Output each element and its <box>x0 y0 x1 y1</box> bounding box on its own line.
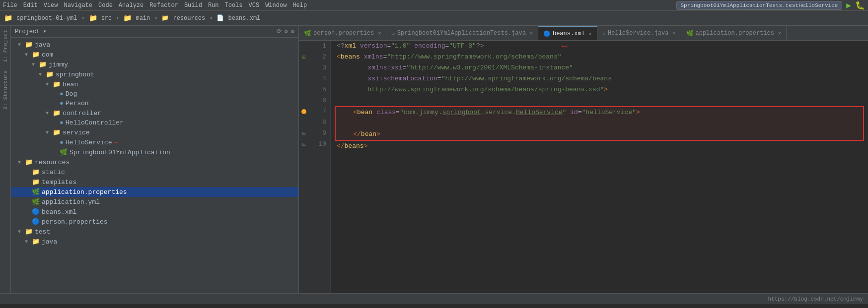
tree-item-static[interactable]: 📁 static <box>11 167 298 177</box>
tree-item-resources[interactable]: ▼ 📁 resources <box>11 157 298 167</box>
tree-item-test[interactable]: ▼ 📁 test <box>11 227 298 237</box>
folder-icon-java: 📁 <box>25 41 33 49</box>
tab-close-hello-service[interactable]: ✕ <box>672 30 675 36</box>
folder-icon-templates: 📁 <box>32 178 40 186</box>
gutter-5 <box>299 84 309 95</box>
folder-icon-bean: 📁 <box>53 80 61 88</box>
vtab-project[interactable]: 1: Project <box>1 26 9 66</box>
tree-item-springboot[interactable]: ▼ 📁 springboot <box>11 69 298 79</box>
tree-item-templates[interactable]: 📁 templates <box>11 177 298 187</box>
breadcrumb-resources[interactable]: resources <box>173 15 205 22</box>
ln-10: 10 <box>313 139 326 150</box>
tree-item-controller[interactable]: ▼ 📁 controller <box>11 108 298 118</box>
breadcrumb-main[interactable]: main <box>136 15 150 22</box>
main-layout: 1: Project 2: Structure Project ▾ ⟳ ⚙ ⚙ … <box>0 26 868 293</box>
menu-vcs[interactable]: VCS <box>249 2 260 9</box>
breadcrumb-src[interactable]: src <box>101 15 112 22</box>
tab-application-props[interactable]: 🌿 application.properties ✕ <box>681 26 787 40</box>
menu-code[interactable]: Code <box>98 2 113 9</box>
menu-window[interactable]: Window <box>265 2 287 9</box>
breadcrumb-beans-xml[interactable]: beans.xml <box>228 15 260 22</box>
tree-item-beans-xml[interactable]: 🔵 beans.xml <box>11 207 298 217</box>
tree-label-helloservice: HelloService <box>66 139 112 146</box>
settings-icon[interactable]: ⚙ <box>285 28 288 35</box>
menu-run[interactable]: Run <box>208 2 219 9</box>
icon-beans-xml: 🔵 <box>32 208 40 216</box>
tab-close-application-props[interactable]: ✕ <box>778 30 781 36</box>
menu-help[interactable]: Help <box>292 2 307 9</box>
tree-item-person-props[interactable]: 🔵 person.properties <box>11 217 298 227</box>
folder-icon-com: 📁 <box>32 51 40 59</box>
tab-icon-beans-xml: 🔵 <box>543 30 551 38</box>
gear-icon[interactable]: ⚙ <box>291 28 294 35</box>
tree-item-main-app[interactable]: 🌿 Springboot01YmlApplication <box>11 147 298 157</box>
tree-item-jimmy[interactable]: ▼ 📁 jimmy <box>11 60 298 69</box>
tree-item-helloservice[interactable]: ● HelloService ← <box>11 137 298 147</box>
ln-4: 4 <box>313 73 326 84</box>
tab-hello-service[interactable]: ☕ HelloService.java ✕ <box>597 26 681 40</box>
folder-icon-project: 📁 <box>4 14 12 22</box>
java-icon-hellocontroller: ● <box>60 119 64 126</box>
breadcrumb-project[interactable]: springboot-01-yml <box>16 15 77 22</box>
tree-item-application-props[interactable]: 🌿 application.properties <box>11 187 298 197</box>
menu-bar: File Edit View Navigate Code Analyze Ref… <box>0 0 868 11</box>
tab-icon-person-props: 🌿 <box>304 30 311 37</box>
prolog-encoding-attr: encoding <box>414 41 445 52</box>
menu-build[interactable]: Build <box>184 2 202 9</box>
tab-label-hello-service: HelloService.java <box>608 30 668 37</box>
tree-arrow-com: ▼ <box>25 52 32 58</box>
tree-label-com: com <box>42 51 53 59</box>
sidebar-title: Project <box>15 28 40 35</box>
menu-navigate[interactable]: Navigate <box>64 2 92 9</box>
vtab-structure[interactable]: 2: Structure <box>1 66 9 114</box>
tab-close-beans-xml[interactable]: ✕ <box>589 31 592 37</box>
tab-label-application-props: application.properties <box>696 30 774 37</box>
icon-person-props: 🔵 <box>32 218 40 226</box>
tree-label-person: Person <box>66 100 89 107</box>
code-editor[interactable]: ⊞ ⊟ ⊟ 1 2 3 <box>299 41 868 293</box>
tab-close-springboot-test[interactable]: ✕ <box>530 30 533 36</box>
menu-tools[interactable]: Tools <box>225 2 243 9</box>
tree-item-dog[interactable]: ● Dog <box>11 89 298 99</box>
tab-springboot-test[interactable]: ☕ Springboot01YmlApplicationTests.java ✕ <box>386 26 538 40</box>
tree-item-hellocontroller[interactable]: ● HelloController <box>11 118 298 127</box>
menu-edit[interactable]: Edit <box>23 2 38 9</box>
menu-file[interactable]: File <box>3 2 17 9</box>
tree-item-person[interactable]: ● Person <box>11 99 298 108</box>
ln-6: 6 <box>313 95 326 106</box>
tree-item-service[interactable]: ▼ 📁 service <box>11 127 298 137</box>
run-config-label[interactable]: Springboot01YmlApplicationTests.testHell… <box>676 1 843 10</box>
menu-view[interactable]: View <box>44 2 58 9</box>
ln-8: 8 <box>313 117 326 128</box>
tree-item-application-yml[interactable]: 🌿 application.yml <box>11 197 298 207</box>
tab-close-person-props[interactable]: ✕ <box>378 30 381 36</box>
tree-item-bean[interactable]: ▼ 📁 bean <box>11 79 298 89</box>
code-content[interactable]: <?xml version="1.0" encoding="UTF-8"?> <… <box>331 41 868 293</box>
folder-icon-springboot: 📁 <box>46 70 54 78</box>
tree-label-main-app: Springboot01YmlApplication <box>70 149 170 156</box>
tree-item-com[interactable]: ▼ 📁 com <box>11 50 298 60</box>
file-icon-beans-xml: 📄 <box>217 14 224 22</box>
menu-analyze[interactable]: Analyze <box>119 2 144 9</box>
tab-beans-xml[interactable]: 🔵 beans.xml ✕ <box>538 26 597 40</box>
editor-area: 🌿 person.properties ✕ ☕ Springboot01YmlA… <box>299 26 868 293</box>
tree-arrow-test-java: ▼ <box>25 239 32 245</box>
gutter-10: ⊟ <box>299 139 309 150</box>
status-bar: https://blog.csdn.net/cmjimmy <box>0 293 868 304</box>
tree-item-java[interactable]: ▼ 📁 java <box>11 40 298 50</box>
ln-1: 1 <box>313 41 326 52</box>
tree-arrow-bean: ▼ <box>46 82 53 87</box>
dropdown-arrow[interactable]: ▾ <box>43 28 46 35</box>
ln-7: 7 <box>313 106 326 117</box>
folder-icon-main: 📁 <box>123 14 132 22</box>
debug-button[interactable]: 🐛 <box>855 0 865 10</box>
tab-person-props[interactable]: 🌿 person.properties ✕ <box>299 26 386 40</box>
tree-label-test: test <box>35 228 50 236</box>
tree-label-hellocontroller: HelloController <box>66 119 124 126</box>
menu-refactor[interactable]: Refactor <box>149 2 178 9</box>
code-line-9: </bean> <box>338 129 861 140</box>
sync-icon[interactable]: ⟳ <box>277 28 282 35</box>
tree-item-test-java[interactable]: ▼ 📁 java <box>11 237 298 246</box>
prolog-open: <? <box>337 41 345 52</box>
run-button[interactable]: ▶ <box>846 0 851 10</box>
